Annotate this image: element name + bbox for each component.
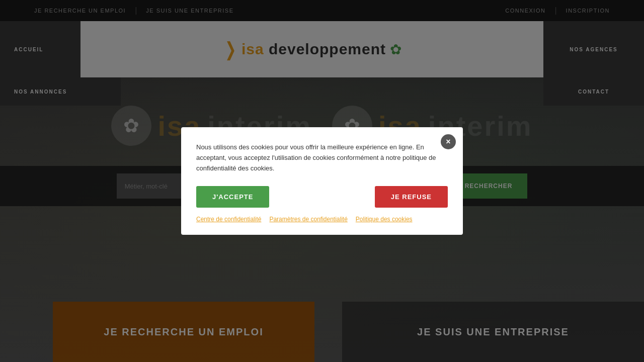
cookie-links: Centre de confidentialité Paramètres de …	[196, 216, 448, 223]
privacy-settings-link[interactable]: Paramètres de confidentialité	[269, 216, 347, 223]
cookie-policy-link[interactable]: Politique des cookies	[356, 216, 413, 223]
cookie-modal: × Nous utilisons des cookies pour vous o…	[181, 127, 463, 234]
cookie-text: Nous utilisons des cookies pour vous off…	[196, 142, 448, 173]
cookie-buttons: J'ACCEPTE JE REFUSE	[196, 186, 448, 208]
close-button[interactable]: ×	[441, 134, 456, 149]
cookie-overlay: × Nous utilisons des cookies pour vous o…	[0, 0, 644, 362]
refuse-button[interactable]: JE REFUSE	[375, 186, 448, 208]
privacy-center-link[interactable]: Centre de confidentialité	[196, 216, 261, 223]
accept-button[interactable]: J'ACCEPTE	[196, 186, 269, 208]
